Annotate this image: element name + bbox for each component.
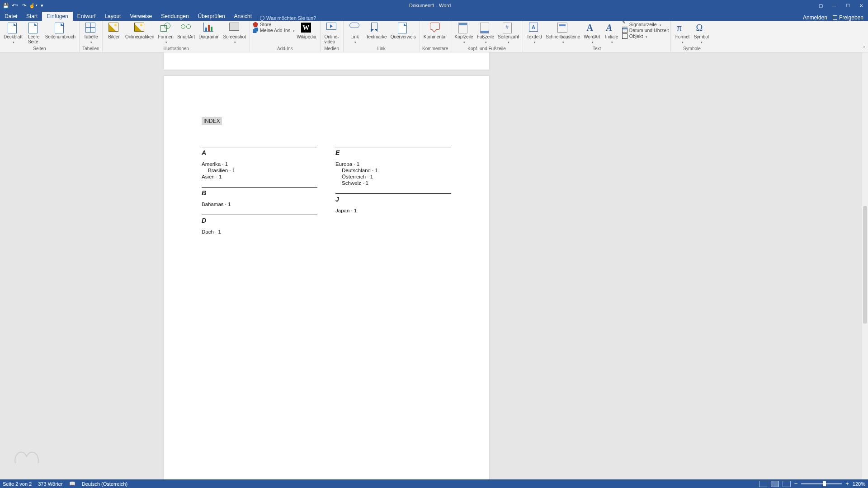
tab-ansicht[interactable]: Ansicht — [230, 12, 256, 21]
index-entry[interactable]: Amerika · 1 — [202, 161, 317, 167]
index-entry[interactable]: Österreich · 1 — [335, 174, 451, 180]
kopfzeile-button[interactable]: Kopfzeile — [453, 22, 475, 45]
link-button[interactable]: Link — [345, 22, 364, 45]
textmarke-button[interactable]: Textmarke — [364, 22, 389, 40]
symbol-button[interactable]: ΩSymbol — [692, 22, 711, 45]
tab-einfuegen[interactable]: Einfügen — [42, 12, 72, 21]
index-letter-block: JJapan · 1 — [335, 193, 451, 214]
tab-start[interactable]: Start — [22, 12, 42, 21]
vertical-scrollbar[interactable] — [862, 52, 868, 479]
index-entry[interactable]: Dach · 1 — [202, 229, 317, 235]
wikipedia-button[interactable]: WWikipedia — [295, 22, 318, 40]
screenshot-button[interactable]: Screenshot — [221, 22, 248, 45]
seitenumbruch-button[interactable]: Seitenumbruch — [43, 22, 77, 40]
wordart-button[interactable]: AWordArt — [582, 22, 602, 45]
ribbon-tabs: Datei Start Einfügen Entwurf Layout Verw… — [0, 11, 868, 21]
meine-addins-button[interactable]: Meine Add-Ins — [253, 28, 295, 33]
index-rule — [202, 187, 317, 188]
screenshot-label: Screenshot — [223, 34, 246, 39]
status-page[interactable]: Seite 2 von 2 — [3, 481, 32, 487]
lightbulb-icon — [259, 15, 265, 21]
index-rule — [335, 147, 451, 147]
index-heading[interactable]: INDEX — [202, 117, 222, 125]
link-label: Link — [350, 34, 359, 39]
scrollbar-thumb[interactable] — [863, 206, 867, 324]
index-entry[interactable]: Bahamas · 1 — [202, 201, 317, 207]
index-entry[interactable]: Europa · 1 — [335, 161, 451, 167]
undo-icon[interactable]: ↶ — [11, 1, 19, 9]
tab-verweise[interactable]: Verweise — [125, 12, 156, 21]
smartart-button[interactable]: SmartArt — [175, 22, 197, 40]
zoom-level[interactable]: 120% — [853, 481, 865, 487]
redo-icon[interactable]: ↷ — [20, 1, 28, 9]
status-language[interactable]: Deutsch (Österreich) — [82, 481, 127, 487]
tab-entwurf[interactable]: Entwurf — [73, 12, 100, 21]
index-entry[interactable]: Schweiz · 1 — [335, 180, 451, 186]
zoom-slider-knob[interactable] — [823, 481, 826, 486]
group-kommentare: Kommentar Kommentare — [420, 21, 451, 52]
share-label: Freigeben — [839, 14, 863, 21]
web-layout-icon[interactable] — [783, 481, 791, 487]
datum-uhrzeit-button[interactable]: Datum und Uhrzeit — [622, 28, 669, 33]
formen-button[interactable]: Formen — [156, 22, 175, 45]
objekt-button[interactable]: Objekt — [622, 33, 669, 39]
page[interactable]: INDEX AAmerika · 1Brasilien · 1Asien · 1… — [164, 76, 489, 479]
schnellbausteine-button[interactable]: Schnellbausteine — [544, 22, 582, 45]
signature-line-icon — [622, 22, 627, 27]
store-button[interactable]: Store — [253, 22, 295, 27]
onlinegrafiken-button[interactable]: Onlinegrafiken — [123, 22, 156, 40]
index-letter: E — [335, 149, 451, 156]
leere-seite-button[interactable]: Leere Seite — [24, 22, 43, 45]
fusszeile-button[interactable]: Fußzeile — [475, 22, 496, 45]
tab-sendungen[interactable]: Sendungen — [156, 12, 193, 21]
deckblatt-button[interactable]: Deckblatt — [2, 22, 24, 45]
tab-datei[interactable]: Datei — [0, 12, 22, 21]
tab-layout[interactable]: Layout — [100, 12, 125, 21]
index-entry[interactable]: Brasilien · 1 — [202, 167, 317, 174]
save-icon[interactable]: 💾 — [2, 1, 10, 9]
read-mode-icon[interactable] — [759, 481, 767, 487]
maximize-icon[interactable]: ☐ — [841, 0, 854, 11]
formel-button[interactable]: πFormel — [673, 22, 692, 45]
seitenzahl-button[interactable]: Seitenzahl — [496, 22, 521, 45]
textmarke-label: Textmarke — [366, 34, 387, 39]
ribbon: Deckblatt Leere Seite Seitenumbruch Seit… — [0, 21, 868, 52]
previous-page-tail[interactable] — [164, 52, 489, 70]
tell-me-search[interactable]: Was möchten Sie tun? — [256, 15, 320, 21]
window-controls: ▢ — ☐ ✕ — [814, 0, 868, 11]
minimize-icon[interactable]: — — [827, 0, 841, 11]
formel-label: Formel — [675, 34, 689, 39]
share-button[interactable]: Freigeben — [833, 14, 863, 21]
diagramm-button[interactable]: Diagramm — [197, 22, 221, 40]
addins-icon — [253, 28, 258, 33]
store-label: Store — [260, 22, 271, 27]
sign-in-link[interactable]: Anmelden — [803, 14, 827, 21]
collapse-ribbon-icon[interactable]: ˄ — [863, 46, 865, 51]
wikipedia-label: Wikipedia — [297, 34, 316, 39]
status-proofing-icon[interactable]: 📖 — [69, 481, 75, 487]
index-entry[interactable]: Deutschland · 1 — [335, 167, 451, 174]
tab-ueberpruefen[interactable]: Überprüfen — [193, 12, 230, 21]
calendar-icon — [622, 28, 627, 33]
zoom-in-button[interactable]: + — [845, 481, 849, 487]
kommentar-button[interactable]: Kommentar — [422, 22, 449, 40]
index-letter-block: BBahamas · 1 — [202, 187, 317, 207]
onlinevideo-button[interactable]: Online- video — [322, 22, 341, 45]
diagramm-label: Diagramm — [198, 34, 219, 39]
index-entry[interactable]: Japan · 1 — [335, 207, 451, 214]
bilder-button[interactable]: Bilder — [104, 22, 123, 40]
ribbon-display-options-icon[interactable]: ▢ — [814, 0, 827, 11]
zoom-out-button[interactable]: − — [794, 481, 798, 487]
textfeld-button[interactable]: ATextfeld — [525, 22, 544, 45]
initiale-button[interactable]: AInitiale — [602, 22, 621, 45]
touch-mode-icon[interactable]: ☝ — [29, 1, 37, 9]
index-entry[interactable]: Asien · 1 — [202, 174, 317, 180]
print-layout-icon[interactable] — [771, 481, 779, 487]
tabelle-button[interactable]: Tabelle — [81, 22, 100, 45]
zoom-slider[interactable] — [801, 483, 842, 484]
signaturzeile-button[interactable]: Signaturzeile — [622, 22, 669, 27]
status-words[interactable]: 373 Wörter — [38, 481, 62, 487]
querverweis-button[interactable]: Querverweis — [389, 22, 418, 40]
close-icon[interactable]: ✕ — [854, 0, 868, 11]
qat-customize-icon[interactable]: ▾ — [38, 1, 46, 9]
